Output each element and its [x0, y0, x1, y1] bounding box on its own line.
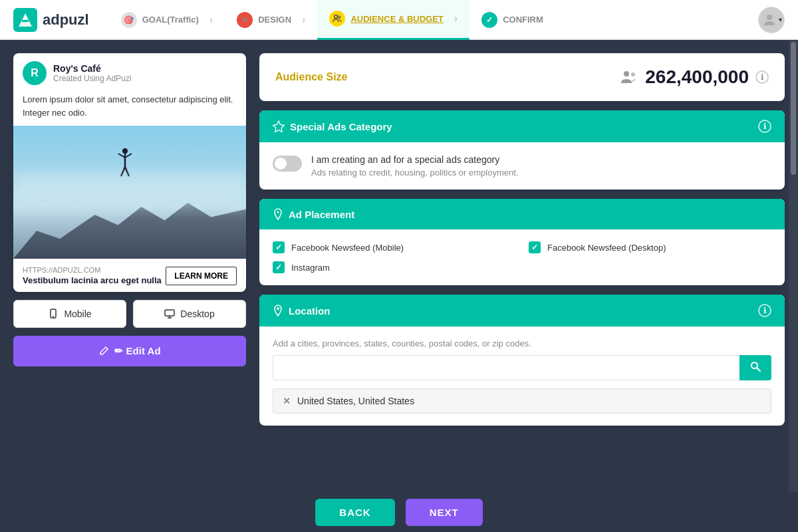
ad-business-name: Roy's Café: [53, 63, 131, 74]
view-toggle-buttons: Mobile Desktop: [13, 300, 246, 328]
special-ads-sub-text: Ads relating to credit, housing, politic…: [311, 168, 518, 178]
right-panel: Audience Size 262,400,000 ℹ Special Ads …: [259, 53, 785, 479]
search-icon: [750, 361, 761, 372]
goal-step-label: GOAL(Traffic): [142, 15, 199, 25]
design-step-icon: ✕: [237, 12, 253, 28]
svg-point-17: [624, 71, 629, 76]
nav-step-design[interactable]: ✕ DESIGN ›: [225, 0, 317, 40]
svg-line-9: [125, 154, 132, 158]
svg-point-21: [277, 307, 279, 310]
special-ads-title: Special Ads Category: [273, 120, 392, 132]
left-panel: R Roy's Café Created Using AdPuzl Lorem …: [13, 53, 246, 479]
nav-step-audience[interactable]: AUDIENCE & BUDGET ›: [317, 0, 469, 40]
location-section: Location ℹ Add a cities, provinces, stat…: [259, 295, 785, 426]
desktop-view-label: Desktop: [180, 309, 214, 319]
ad-url: HTTPS://ADPUZL.COM: [23, 266, 166, 274]
special-ads-body: I am creating an ad for a special ads ca…: [259, 142, 785, 190]
desktop-view-button[interactable]: Desktop: [133, 300, 246, 328]
ad-business-info: Roy's Café Created Using AdPuzl: [53, 63, 131, 83]
audience-info-icon[interactable]: ℹ: [755, 70, 769, 84]
confirm-step-label: CONFIRM: [503, 15, 543, 25]
svg-point-5: [767, 15, 772, 20]
svg-point-20: [277, 211, 279, 213]
instagram-checkbox[interactable]: [273, 261, 285, 273]
pin-icon: [273, 208, 283, 220]
edit-ad-button[interactable]: ✏ Edit Ad: [13, 336, 246, 366]
location-icon: [273, 305, 283, 317]
next-button[interactable]: NEXT: [406, 499, 483, 526]
svg-line-8: [118, 154, 125, 158]
special-ads-section: Special Ads Category ℹ I am creating an …: [259, 110, 785, 190]
page-scrollbar[interactable]: [789, 40, 798, 492]
special-ads-text: I am creating an ad for a special ads ca…: [311, 154, 518, 178]
audience-step-label: AUDIENCE & BUDGET: [350, 14, 443, 24]
desktop-icon: [164, 309, 175, 319]
learn-more-button[interactable]: LEARN MORE: [166, 267, 237, 285]
location-header: Location ℹ: [259, 295, 785, 327]
ad-avatar: R: [23, 61, 47, 85]
location-search-button[interactable]: [739, 355, 771, 380]
nav-step-confirm[interactable]: ✓ CONFIRM: [469, 0, 555, 40]
audience-step-icon: [329, 11, 345, 27]
bottom-bar: BACK NEXT: [0, 492, 798, 532]
placement-fb-mobile: Facebook Newsfeed (Mobile): [273, 241, 515, 253]
design-chevron: ›: [302, 14, 305, 26]
scrollbar-thumb[interactable]: [791, 42, 796, 175]
edit-icon: [98, 346, 109, 356]
location-remove-button[interactable]: ✕: [283, 396, 291, 406]
location-title: Location: [273, 305, 331, 317]
design-step-label: DESIGN: [258, 15, 291, 25]
special-ads-main-text: I am creating an ad for a special ads ca…: [311, 154, 518, 165]
goal-chevron: ›: [209, 14, 213, 26]
fb-desktop-checkbox[interactable]: [529, 241, 541, 253]
location-tag-label: United States, United States: [297, 396, 414, 406]
instagram-label: Instagram: [291, 263, 330, 273]
user-avatar[interactable]: ▾: [758, 7, 785, 33]
svg-marker-19: [273, 121, 285, 132]
ad-image: [13, 126, 246, 259]
ad-preview-card: R Roy's Café Created Using AdPuzl Lorem …: [13, 53, 246, 292]
ad-placement-title: Ad Placement: [273, 208, 354, 220]
special-ads-info-icon[interactable]: ℹ: [758, 120, 771, 133]
fb-desktop-label: Facebook Newsfeed (Desktop): [547, 243, 666, 253]
logo-icon: [13, 8, 37, 32]
goal-step-icon: 🎯: [121, 12, 137, 28]
edit-ad-label: ✏ Edit Ad: [114, 345, 160, 357]
ad-headline: Vestibulum lacinia arcu eget nulla: [23, 275, 166, 285]
fb-mobile-label: Facebook Newsfeed (Mobile): [291, 243, 404, 253]
svg-point-6: [122, 148, 128, 154]
mobile-view-button[interactable]: Mobile: [13, 300, 126, 328]
nav-steps: 🎯 GOAL(Traffic) › ✕ DESIGN › AUDIENCE & …: [109, 0, 758, 40]
svg-point-4: [338, 16, 341, 19]
audience-size-label: Audience Size: [275, 71, 347, 83]
ad-card-header: R Roy's Café Created Using AdPuzl: [13, 53, 246, 90]
ad-subtitle: Created Using AdPuzl: [53, 74, 131, 83]
placement-fb-desktop: Facebook Newsfeed (Desktop): [529, 241, 771, 253]
audience-count-area: 262,400,000 ℹ: [620, 66, 769, 88]
svg-point-3: [334, 15, 338, 19]
location-search-input[interactable]: [273, 355, 739, 380]
back-button[interactable]: BACK: [315, 499, 394, 526]
audience-count-value: 262,400,000: [645, 66, 749, 88]
ad-placement-section: Ad Placement Facebook Newsfeed (Mobile) …: [259, 199, 785, 285]
mobile-view-label: Mobile: [64, 309, 91, 319]
svg-rect-2: [22, 20, 29, 22]
placement-instagram: Instagram: [273, 261, 515, 273]
ad-placement-body: Facebook Newsfeed (Mobile) Facebook News…: [259, 229, 785, 285]
logo-text: adpuzl: [43, 11, 89, 29]
location-info-icon[interactable]: ℹ: [758, 304, 771, 317]
ad-footer: HTTPS://ADPUZL.COM Vestibulum lacinia ar…: [13, 259, 246, 292]
special-ads-toggle[interactable]: [273, 156, 302, 172]
placement-options: Facebook Newsfeed (Mobile) Facebook News…: [273, 241, 771, 273]
mobile-icon: [48, 309, 59, 319]
nav-step-goal[interactable]: 🎯 GOAL(Traffic) ›: [109, 0, 225, 40]
fb-mobile-checkbox[interactable]: [273, 241, 285, 253]
location-search-row: [273, 355, 771, 380]
audience-people-icon: [620, 70, 638, 84]
confirm-step-icon: ✓: [481, 12, 497, 28]
location-body: Add a cities, provinces, states, countie…: [259, 327, 785, 426]
ad-footer-info: HTTPS://ADPUZL.COM Vestibulum lacinia ar…: [23, 266, 166, 285]
cloud-layer: [13, 172, 246, 199]
ad-body-text: Lorem ipsum dolor sit amet, consectetur …: [13, 90, 246, 126]
audience-size-card: Audience Size 262,400,000 ℹ: [259, 53, 785, 101]
